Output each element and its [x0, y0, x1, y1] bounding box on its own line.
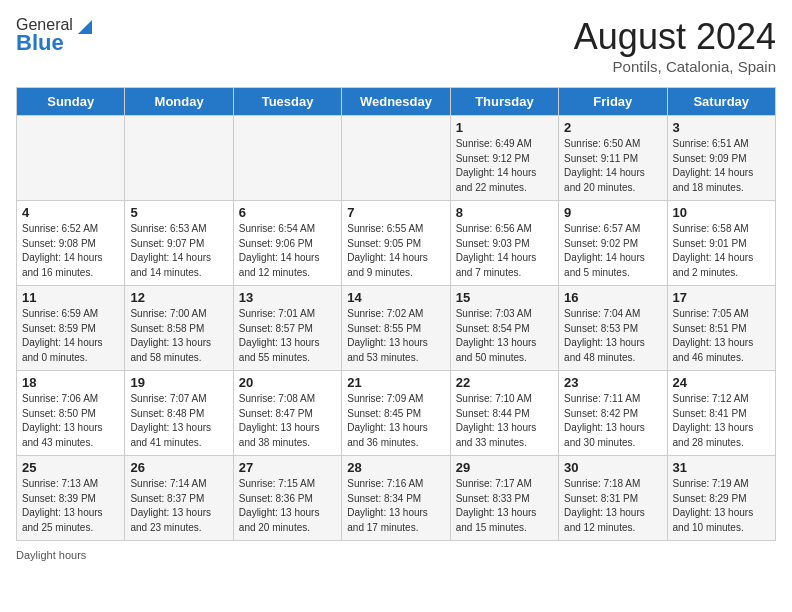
day-number: 7: [347, 205, 444, 220]
calendar-cell: 30Sunrise: 7:18 AM Sunset: 8:31 PM Dayli…: [559, 456, 667, 541]
calendar-day-header: Saturday: [667, 88, 775, 116]
calendar-cell: 8Sunrise: 6:56 AM Sunset: 9:03 PM Daylig…: [450, 201, 558, 286]
day-info: Sunrise: 6:55 AM Sunset: 9:05 PM Dayligh…: [347, 222, 444, 280]
day-number: 12: [130, 290, 227, 305]
day-info: Sunrise: 6:51 AM Sunset: 9:09 PM Dayligh…: [673, 137, 770, 195]
calendar-week-row: 18Sunrise: 7:06 AM Sunset: 8:50 PM Dayli…: [17, 371, 776, 456]
day-info: Sunrise: 7:14 AM Sunset: 8:37 PM Dayligh…: [130, 477, 227, 535]
title-block: August 2024 Pontils, Catalonia, Spain: [574, 16, 776, 75]
day-info: Sunrise: 6:52 AM Sunset: 9:08 PM Dayligh…: [22, 222, 119, 280]
calendar-cell: 12Sunrise: 7:00 AM Sunset: 8:58 PM Dayli…: [125, 286, 233, 371]
day-number: 3: [673, 120, 770, 135]
day-number: 2: [564, 120, 661, 135]
logo-arrow-icon: [74, 16, 92, 34]
calendar-cell: 15Sunrise: 7:03 AM Sunset: 8:54 PM Dayli…: [450, 286, 558, 371]
day-info: Sunrise: 7:04 AM Sunset: 8:53 PM Dayligh…: [564, 307, 661, 365]
day-info: Sunrise: 7:15 AM Sunset: 8:36 PM Dayligh…: [239, 477, 336, 535]
calendar-cell: 24Sunrise: 7:12 AM Sunset: 8:41 PM Dayli…: [667, 371, 775, 456]
day-number: 28: [347, 460, 444, 475]
calendar-cell: [17, 116, 125, 201]
calendar-cell: 19Sunrise: 7:07 AM Sunset: 8:48 PM Dayli…: [125, 371, 233, 456]
calendar-day-header: Thursday: [450, 88, 558, 116]
calendar-cell: 4Sunrise: 6:52 AM Sunset: 9:08 PM Daylig…: [17, 201, 125, 286]
day-number: 29: [456, 460, 553, 475]
calendar-cell: 3Sunrise: 6:51 AM Sunset: 9:09 PM Daylig…: [667, 116, 775, 201]
day-info: Sunrise: 6:49 AM Sunset: 9:12 PM Dayligh…: [456, 137, 553, 195]
day-info: Sunrise: 6:56 AM Sunset: 9:03 PM Dayligh…: [456, 222, 553, 280]
calendar-cell: 25Sunrise: 7:13 AM Sunset: 8:39 PM Dayli…: [17, 456, 125, 541]
day-number: 22: [456, 375, 553, 390]
day-info: Sunrise: 7:13 AM Sunset: 8:39 PM Dayligh…: [22, 477, 119, 535]
day-info: Sunrise: 7:03 AM Sunset: 8:54 PM Dayligh…: [456, 307, 553, 365]
calendar-cell: [125, 116, 233, 201]
month-title: August 2024: [574, 16, 776, 58]
calendar-cell: 26Sunrise: 7:14 AM Sunset: 8:37 PM Dayli…: [125, 456, 233, 541]
day-number: 17: [673, 290, 770, 305]
day-number: 6: [239, 205, 336, 220]
day-info: Sunrise: 6:54 AM Sunset: 9:06 PM Dayligh…: [239, 222, 336, 280]
day-number: 16: [564, 290, 661, 305]
calendar-cell: 14Sunrise: 7:02 AM Sunset: 8:55 PM Dayli…: [342, 286, 450, 371]
day-info: Sunrise: 6:53 AM Sunset: 9:07 PM Dayligh…: [130, 222, 227, 280]
day-number: 15: [456, 290, 553, 305]
day-number: 31: [673, 460, 770, 475]
calendar-cell: 20Sunrise: 7:08 AM Sunset: 8:47 PM Dayli…: [233, 371, 341, 456]
calendar-day-header: Friday: [559, 88, 667, 116]
calendar-cell: 28Sunrise: 7:16 AM Sunset: 8:34 PM Dayli…: [342, 456, 450, 541]
day-number: 24: [673, 375, 770, 390]
day-number: 8: [456, 205, 553, 220]
calendar-cell: 16Sunrise: 7:04 AM Sunset: 8:53 PM Dayli…: [559, 286, 667, 371]
calendar-cell: 18Sunrise: 7:06 AM Sunset: 8:50 PM Dayli…: [17, 371, 125, 456]
calendar-cell: 9Sunrise: 6:57 AM Sunset: 9:02 PM Daylig…: [559, 201, 667, 286]
day-info: Sunrise: 6:59 AM Sunset: 8:59 PM Dayligh…: [22, 307, 119, 365]
day-info: Sunrise: 7:12 AM Sunset: 8:41 PM Dayligh…: [673, 392, 770, 450]
calendar-cell: 23Sunrise: 7:11 AM Sunset: 8:42 PM Dayli…: [559, 371, 667, 456]
day-number: 14: [347, 290, 444, 305]
calendar-cell: 13Sunrise: 7:01 AM Sunset: 8:57 PM Dayli…: [233, 286, 341, 371]
calendar-day-header: Tuesday: [233, 88, 341, 116]
day-number: 9: [564, 205, 661, 220]
day-number: 30: [564, 460, 661, 475]
calendar-cell: [342, 116, 450, 201]
day-info: Sunrise: 6:57 AM Sunset: 9:02 PM Dayligh…: [564, 222, 661, 280]
day-number: 19: [130, 375, 227, 390]
day-info: Sunrise: 7:06 AM Sunset: 8:50 PM Dayligh…: [22, 392, 119, 450]
calendar-cell: 11Sunrise: 6:59 AM Sunset: 8:59 PM Dayli…: [17, 286, 125, 371]
day-number: 5: [130, 205, 227, 220]
day-number: 4: [22, 205, 119, 220]
calendar-week-row: 11Sunrise: 6:59 AM Sunset: 8:59 PM Dayli…: [17, 286, 776, 371]
day-number: 25: [22, 460, 119, 475]
calendar-day-header: Monday: [125, 88, 233, 116]
day-info: Sunrise: 7:05 AM Sunset: 8:51 PM Dayligh…: [673, 307, 770, 365]
calendar-header-row: SundayMondayTuesdayWednesdayThursdayFrid…: [17, 88, 776, 116]
calendar-table: SundayMondayTuesdayWednesdayThursdayFrid…: [16, 87, 776, 541]
calendar-cell: 22Sunrise: 7:10 AM Sunset: 8:44 PM Dayli…: [450, 371, 558, 456]
location-text: Pontils, Catalonia, Spain: [574, 58, 776, 75]
day-info: Sunrise: 7:07 AM Sunset: 8:48 PM Dayligh…: [130, 392, 227, 450]
day-number: 23: [564, 375, 661, 390]
calendar-cell: 21Sunrise: 7:09 AM Sunset: 8:45 PM Dayli…: [342, 371, 450, 456]
day-info: Sunrise: 7:19 AM Sunset: 8:29 PM Dayligh…: [673, 477, 770, 535]
day-info: Sunrise: 7:11 AM Sunset: 8:42 PM Dayligh…: [564, 392, 661, 450]
calendar-cell: 27Sunrise: 7:15 AM Sunset: 8:36 PM Dayli…: [233, 456, 341, 541]
day-number: 27: [239, 460, 336, 475]
calendar-cell: 5Sunrise: 6:53 AM Sunset: 9:07 PM Daylig…: [125, 201, 233, 286]
day-number: 13: [239, 290, 336, 305]
daylight-hours-label: Daylight hours: [16, 549, 86, 561]
day-info: Sunrise: 7:18 AM Sunset: 8:31 PM Dayligh…: [564, 477, 661, 535]
calendar-cell: 6Sunrise: 6:54 AM Sunset: 9:06 PM Daylig…: [233, 201, 341, 286]
day-info: Sunrise: 7:16 AM Sunset: 8:34 PM Dayligh…: [347, 477, 444, 535]
calendar-week-row: 1Sunrise: 6:49 AM Sunset: 9:12 PM Daylig…: [17, 116, 776, 201]
calendar-cell: 1Sunrise: 6:49 AM Sunset: 9:12 PM Daylig…: [450, 116, 558, 201]
footer: Daylight hours: [16, 549, 776, 561]
calendar-cell: [233, 116, 341, 201]
day-number: 10: [673, 205, 770, 220]
svg-marker-0: [78, 20, 92, 34]
calendar-cell: 7Sunrise: 6:55 AM Sunset: 9:05 PM Daylig…: [342, 201, 450, 286]
day-info: Sunrise: 7:08 AM Sunset: 8:47 PM Dayligh…: [239, 392, 336, 450]
calendar-day-header: Wednesday: [342, 88, 450, 116]
day-info: Sunrise: 6:58 AM Sunset: 9:01 PM Dayligh…: [673, 222, 770, 280]
calendar-cell: 2Sunrise: 6:50 AM Sunset: 9:11 PM Daylig…: [559, 116, 667, 201]
day-number: 18: [22, 375, 119, 390]
day-number: 20: [239, 375, 336, 390]
